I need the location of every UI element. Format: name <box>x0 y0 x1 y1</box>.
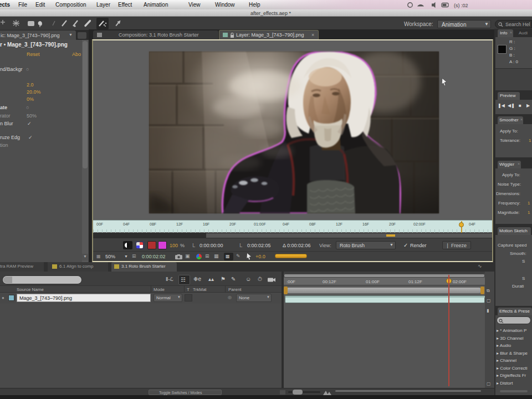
svg-text:(s) :02: (s) :02 <box>454 3 468 8</box>
